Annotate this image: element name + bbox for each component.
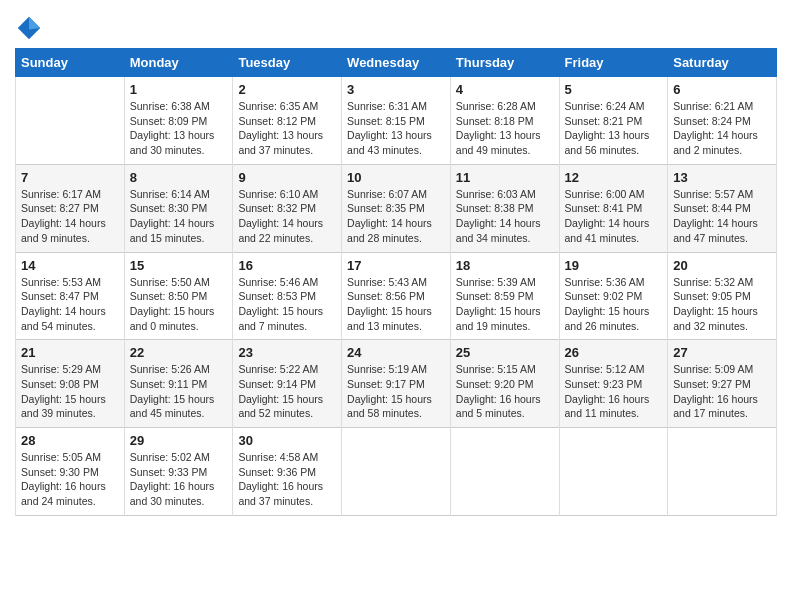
day-number: 11 — [456, 170, 554, 185]
calendar-cell: 13Sunrise: 5:57 AMSunset: 8:44 PMDayligh… — [668, 164, 777, 252]
weekday-header-row: SundayMondayTuesdayWednesdayThursdayFrid… — [16, 49, 777, 77]
day-number: 14 — [21, 258, 119, 273]
day-number: 6 — [673, 82, 771, 97]
calendar-cell: 6Sunrise: 6:21 AMSunset: 8:24 PMDaylight… — [668, 77, 777, 165]
calendar-week-row: 14Sunrise: 5:53 AMSunset: 8:47 PMDayligh… — [16, 252, 777, 340]
day-number: 3 — [347, 82, 445, 97]
day-info: Sunrise: 6:07 AMSunset: 8:35 PMDaylight:… — [347, 187, 445, 246]
day-info: Sunrise: 6:10 AMSunset: 8:32 PMDaylight:… — [238, 187, 336, 246]
calendar-cell: 7Sunrise: 6:17 AMSunset: 8:27 PMDaylight… — [16, 164, 125, 252]
day-number: 16 — [238, 258, 336, 273]
svg-marker-1 — [29, 17, 40, 30]
day-number: 2 — [238, 82, 336, 97]
page-header — [15, 10, 777, 42]
day-info: Sunrise: 5:09 AMSunset: 9:27 PMDaylight:… — [673, 362, 771, 421]
day-number: 25 — [456, 345, 554, 360]
calendar-cell: 1Sunrise: 6:38 AMSunset: 8:09 PMDaylight… — [124, 77, 233, 165]
day-number: 22 — [130, 345, 228, 360]
calendar-cell: 19Sunrise: 5:36 AMSunset: 9:02 PMDayligh… — [559, 252, 668, 340]
calendar-week-row: 7Sunrise: 6:17 AMSunset: 8:27 PMDaylight… — [16, 164, 777, 252]
calendar-cell: 10Sunrise: 6:07 AMSunset: 8:35 PMDayligh… — [342, 164, 451, 252]
day-number: 30 — [238, 433, 336, 448]
calendar-cell — [342, 428, 451, 516]
day-number: 20 — [673, 258, 771, 273]
day-info: Sunrise: 5:12 AMSunset: 9:23 PMDaylight:… — [565, 362, 663, 421]
weekday-header-monday: Monday — [124, 49, 233, 77]
day-info: Sunrise: 6:14 AMSunset: 8:30 PMDaylight:… — [130, 187, 228, 246]
weekday-header-sunday: Sunday — [16, 49, 125, 77]
weekday-header-tuesday: Tuesday — [233, 49, 342, 77]
weekday-header-saturday: Saturday — [668, 49, 777, 77]
calendar-cell: 21Sunrise: 5:29 AMSunset: 9:08 PMDayligh… — [16, 340, 125, 428]
calendar-week-row: 1Sunrise: 6:38 AMSunset: 8:09 PMDaylight… — [16, 77, 777, 165]
calendar-cell: 9Sunrise: 6:10 AMSunset: 8:32 PMDaylight… — [233, 164, 342, 252]
day-info: Sunrise: 6:21 AMSunset: 8:24 PMDaylight:… — [673, 99, 771, 158]
day-info: Sunrise: 5:53 AMSunset: 8:47 PMDaylight:… — [21, 275, 119, 334]
day-number: 5 — [565, 82, 663, 97]
day-number: 26 — [565, 345, 663, 360]
calendar-cell: 30Sunrise: 4:58 AMSunset: 9:36 PMDayligh… — [233, 428, 342, 516]
day-info: Sunrise: 5:02 AMSunset: 9:33 PMDaylight:… — [130, 450, 228, 509]
day-info: Sunrise: 5:22 AMSunset: 9:14 PMDaylight:… — [238, 362, 336, 421]
day-number: 8 — [130, 170, 228, 185]
day-number: 21 — [21, 345, 119, 360]
weekday-header-wednesday: Wednesday — [342, 49, 451, 77]
day-number: 29 — [130, 433, 228, 448]
day-number: 23 — [238, 345, 336, 360]
calendar-cell — [559, 428, 668, 516]
day-info: Sunrise: 5:19 AMSunset: 9:17 PMDaylight:… — [347, 362, 445, 421]
calendar-cell: 24Sunrise: 5:19 AMSunset: 9:17 PMDayligh… — [342, 340, 451, 428]
day-info: Sunrise: 5:36 AMSunset: 9:02 PMDaylight:… — [565, 275, 663, 334]
calendar-cell: 3Sunrise: 6:31 AMSunset: 8:15 PMDaylight… — [342, 77, 451, 165]
day-info: Sunrise: 5:43 AMSunset: 8:56 PMDaylight:… — [347, 275, 445, 334]
calendar-cell: 17Sunrise: 5:43 AMSunset: 8:56 PMDayligh… — [342, 252, 451, 340]
calendar-week-row: 28Sunrise: 5:05 AMSunset: 9:30 PMDayligh… — [16, 428, 777, 516]
day-number: 27 — [673, 345, 771, 360]
calendar-cell: 29Sunrise: 5:02 AMSunset: 9:33 PMDayligh… — [124, 428, 233, 516]
weekday-header-thursday: Thursday — [450, 49, 559, 77]
day-info: Sunrise: 5:29 AMSunset: 9:08 PMDaylight:… — [21, 362, 119, 421]
calendar-cell: 8Sunrise: 6:14 AMSunset: 8:30 PMDaylight… — [124, 164, 233, 252]
day-info: Sunrise: 6:31 AMSunset: 8:15 PMDaylight:… — [347, 99, 445, 158]
day-info: Sunrise: 5:39 AMSunset: 8:59 PMDaylight:… — [456, 275, 554, 334]
calendar-cell: 11Sunrise: 6:03 AMSunset: 8:38 PMDayligh… — [450, 164, 559, 252]
day-info: Sunrise: 6:38 AMSunset: 8:09 PMDaylight:… — [130, 99, 228, 158]
day-number: 19 — [565, 258, 663, 273]
day-info: Sunrise: 5:57 AMSunset: 8:44 PMDaylight:… — [673, 187, 771, 246]
day-number: 4 — [456, 82, 554, 97]
day-info: Sunrise: 5:15 AMSunset: 9:20 PMDaylight:… — [456, 362, 554, 421]
weekday-header-friday: Friday — [559, 49, 668, 77]
day-number: 12 — [565, 170, 663, 185]
calendar-cell: 20Sunrise: 5:32 AMSunset: 9:05 PMDayligh… — [668, 252, 777, 340]
calendar-cell: 23Sunrise: 5:22 AMSunset: 9:14 PMDayligh… — [233, 340, 342, 428]
calendar-cell: 25Sunrise: 5:15 AMSunset: 9:20 PMDayligh… — [450, 340, 559, 428]
day-number: 18 — [456, 258, 554, 273]
logo — [15, 14, 47, 42]
calendar-cell: 26Sunrise: 5:12 AMSunset: 9:23 PMDayligh… — [559, 340, 668, 428]
day-number: 15 — [130, 258, 228, 273]
day-info: Sunrise: 5:32 AMSunset: 9:05 PMDaylight:… — [673, 275, 771, 334]
day-number: 10 — [347, 170, 445, 185]
day-info: Sunrise: 4:58 AMSunset: 9:36 PMDaylight:… — [238, 450, 336, 509]
logo-icon — [15, 14, 43, 42]
calendar-cell: 14Sunrise: 5:53 AMSunset: 8:47 PMDayligh… — [16, 252, 125, 340]
calendar-cell: 28Sunrise: 5:05 AMSunset: 9:30 PMDayligh… — [16, 428, 125, 516]
day-info: Sunrise: 5:50 AMSunset: 8:50 PMDaylight:… — [130, 275, 228, 334]
calendar-cell: 22Sunrise: 5:26 AMSunset: 9:11 PMDayligh… — [124, 340, 233, 428]
day-number: 7 — [21, 170, 119, 185]
day-number: 28 — [21, 433, 119, 448]
day-info: Sunrise: 6:28 AMSunset: 8:18 PMDaylight:… — [456, 99, 554, 158]
day-number: 1 — [130, 82, 228, 97]
day-info: Sunrise: 6:35 AMSunset: 8:12 PMDaylight:… — [238, 99, 336, 158]
day-number: 24 — [347, 345, 445, 360]
day-number: 13 — [673, 170, 771, 185]
day-number: 9 — [238, 170, 336, 185]
calendar-cell: 12Sunrise: 6:00 AMSunset: 8:41 PMDayligh… — [559, 164, 668, 252]
calendar-cell: 16Sunrise: 5:46 AMSunset: 8:53 PMDayligh… — [233, 252, 342, 340]
day-info: Sunrise: 6:00 AMSunset: 8:41 PMDaylight:… — [565, 187, 663, 246]
calendar-cell — [16, 77, 125, 165]
day-info: Sunrise: 5:05 AMSunset: 9:30 PMDaylight:… — [21, 450, 119, 509]
day-info: Sunrise: 5:46 AMSunset: 8:53 PMDaylight:… — [238, 275, 336, 334]
day-number: 17 — [347, 258, 445, 273]
calendar-cell: 27Sunrise: 5:09 AMSunset: 9:27 PMDayligh… — [668, 340, 777, 428]
